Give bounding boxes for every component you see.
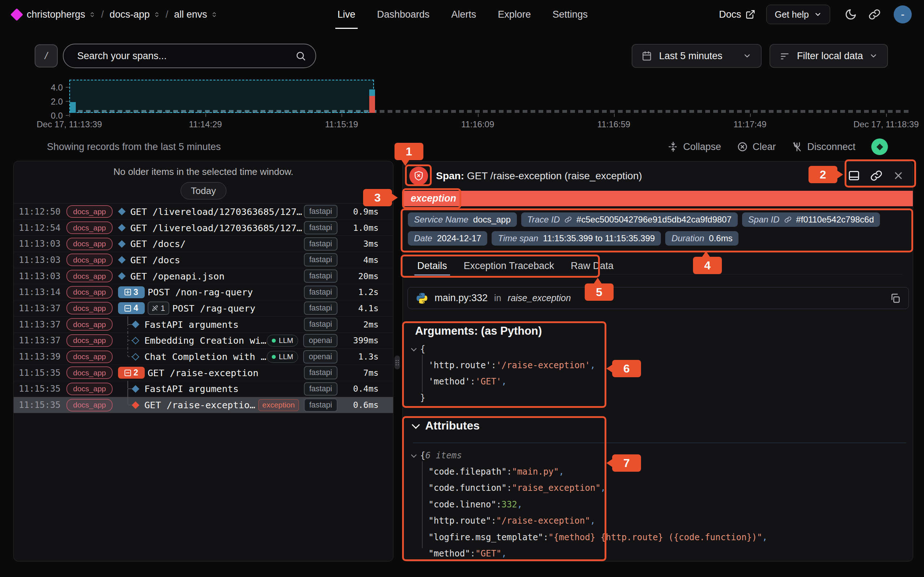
histogram-bucket-mark <box>864 110 869 113</box>
annotation-tag-4: 4 <box>693 257 722 274</box>
dock-panel-icon[interactable] <box>848 169 860 182</box>
span-kind-diamond-icon <box>118 240 126 248</box>
span-row[interactable]: 11:13:39docs_appChat Completion with '…L… <box>14 349 393 365</box>
service-badge[interactable]: docs_app <box>66 399 113 411</box>
x-axis-tick-mark <box>750 114 751 117</box>
span-row[interactable]: 11:13:37docs_appFastAPI argumentsfastapi… <box>14 317 393 333</box>
chevron-down-icon <box>869 52 878 60</box>
service-badge[interactable]: docs_app <box>66 302 113 314</box>
histogram-bucket-mark <box>491 110 496 113</box>
collapse-chevron-icon[interactable] <box>411 452 417 458</box>
breadcrumb-item-all-envs[interactable]: all envs <box>174 9 217 20</box>
histogram-bucket-mark <box>578 110 583 113</box>
collapse-chevron-icon[interactable] <box>411 345 417 351</box>
dark-mode-moon-icon[interactable] <box>845 8 857 21</box>
service-badge[interactable]: docs_app <box>66 383 113 395</box>
detail-tab-exception-traceback[interactable]: Exception Traceback <box>464 260 554 272</box>
histogram-bucket-mark <box>388 110 393 113</box>
collapse-button[interactable]: Collapse <box>668 141 721 153</box>
service-badge[interactable]: docs_app <box>66 366 113 379</box>
service-badge[interactable]: docs_app <box>66 286 113 298</box>
tab-explore[interactable]: Explore <box>498 9 531 20</box>
span-row[interactable]: 11:12:54docs_appGET /livereload/12703636… <box>14 220 393 236</box>
share-link-icon[interactable] <box>868 8 881 21</box>
nav-right: Docs Get help - <box>719 0 912 29</box>
span-kind-diamond-icon <box>118 224 126 232</box>
service-badge[interactable]: docs_app <box>66 351 113 363</box>
selector-up-down-icon <box>154 11 160 18</box>
detail-tab-details[interactable]: Details <box>417 260 447 272</box>
clear-button[interactable]: Clear <box>737 141 776 153</box>
histogram-bucket-mark <box>785 110 789 113</box>
logfire-logo-icon[interactable] <box>10 8 23 21</box>
span-timestamp: 11:13:14 <box>14 287 61 297</box>
span-row[interactable]: 11:12:50docs_appGET /livereload/12703636… <box>14 204 393 220</box>
span-title-prefix: Span: <box>436 170 464 182</box>
connection-status-indicator[interactable] <box>871 139 888 155</box>
expand-collapse-badge[interactable]: 4 <box>118 302 145 314</box>
histogram-bucket-mark <box>761 110 766 113</box>
tab-settings[interactable]: Settings <box>552 9 588 20</box>
collapse-label: Collapse <box>683 141 721 153</box>
histogram-bucket-mark <box>642 110 646 113</box>
span-row[interactable]: 11:13:03docs_appGET /openapi.jsonfastapi… <box>14 268 393 285</box>
attributes-heading[interactable]: Attributes <box>413 419 480 432</box>
pending-spans-badge[interactable]: 1 <box>148 301 169 315</box>
copy-link-icon[interactable] <box>870 169 882 182</box>
detail-tab-raw-data[interactable]: Raw Data <box>571 260 614 272</box>
service-badge[interactable]: docs_app <box>66 318 113 331</box>
span-row[interactable]: 11:15:35docs_appFastAPI argumentsfastapi… <box>14 381 393 397</box>
tab-alerts[interactable]: Alerts <box>451 9 476 20</box>
histogram-bucket-mark <box>824 110 829 113</box>
link-icon[interactable] <box>564 216 572 223</box>
tab-live[interactable]: Live <box>338 9 355 20</box>
service-badge[interactable]: docs_app <box>66 205 113 218</box>
search-input[interactable] <box>76 50 289 62</box>
service-badge[interactable]: docs_app <box>66 253 113 266</box>
expand-collapse-badge[interactable]: 3 <box>118 286 145 298</box>
service-badge[interactable]: docs_app <box>66 238 113 250</box>
code-line: "code.lineno": 332, <box>403 496 906 513</box>
span-row[interactable]: 11:13:03docs_appGET /docs/fastapi3ms <box>14 236 393 252</box>
span-kind-diamond-icon <box>132 401 139 409</box>
search-icon <box>295 50 306 61</box>
span-timestamp: 11:12:54 <box>14 223 61 233</box>
breadcrumb-item-docs-app[interactable]: docs-app <box>110 9 160 20</box>
link-icon[interactable] <box>784 216 792 223</box>
span-row[interactable]: 11:15:35docs_app2GET /raise-exceptionfas… <box>14 365 393 381</box>
copy-icon[interactable] <box>890 293 901 304</box>
histogram-bucket-mark <box>856 110 861 113</box>
close-icon[interactable] <box>893 170 904 181</box>
span-row[interactable]: 11:13:37docs_app41POST /rag-queryfastapi… <box>14 300 393 317</box>
panel-resize-handle[interactable] <box>394 356 400 369</box>
indent-guide <box>422 355 423 392</box>
tab-dashboards[interactable]: Dashboards <box>377 9 430 20</box>
service-badge[interactable]: docs_app <box>66 334 113 347</box>
tabs-divider <box>413 274 903 274</box>
span-timestamp: 11:13:03 <box>14 255 61 265</box>
histogram-bucket-mark <box>523 110 527 113</box>
histogram-bucket-mark <box>507 110 512 113</box>
today-button[interactable]: Today <box>181 182 226 200</box>
docs-link[interactable]: Docs <box>719 9 756 20</box>
clear-label: Clear <box>753 141 776 153</box>
expand-collapse-badge[interactable]: 2 <box>118 367 145 379</box>
get-help-button[interactable]: Get help <box>766 5 830 24</box>
span-row[interactable]: 11:13:03docs_appGET /docsfastapi4ms <box>14 252 393 268</box>
timeline-selection[interactable] <box>69 80 374 113</box>
breadcrumb-label: docs-app <box>110 9 150 20</box>
annotation-tag-1: 1 <box>394 143 423 160</box>
breadcrumb-item-christophergs[interactable]: christophergs <box>27 9 95 20</box>
service-badge[interactable]: docs_app <box>66 270 113 282</box>
service-badge[interactable]: docs_app <box>66 221 113 234</box>
span-timestamp: 11:15:35 <box>14 400 61 410</box>
filter-local-data-button[interactable]: Filter local data <box>769 44 888 68</box>
histogram-bucket-mark <box>396 110 400 113</box>
span-row[interactable]: 11:15:35docs_appGET /raise-exception …ex… <box>14 397 393 413</box>
avatar[interactable]: - <box>894 5 912 23</box>
disconnect-button[interactable]: Disconnect <box>792 141 855 153</box>
time-range-button[interactable]: Last 5 minutes <box>632 44 762 68</box>
span-row[interactable]: 11:13:37docs_appEmbedding Creation wit…L… <box>14 333 393 349</box>
histogram-bucket-mark <box>618 110 623 113</box>
span-row[interactable]: 11:13:14docs_app3POST /non-rag-queryfast… <box>14 284 393 300</box>
